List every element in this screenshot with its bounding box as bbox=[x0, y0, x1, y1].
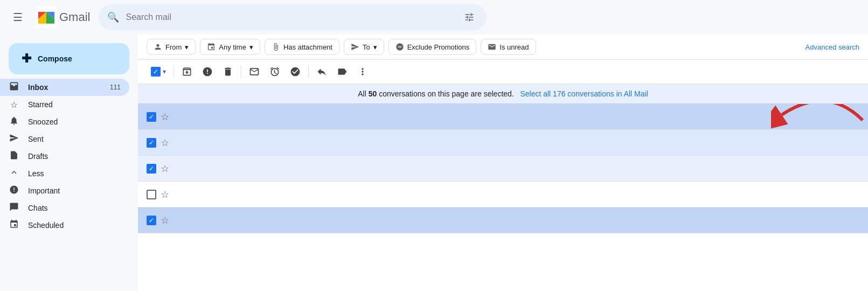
email-star-2[interactable]: ☆ bbox=[161, 137, 169, 149]
delete-icon bbox=[223, 66, 233, 77]
toolbar-divider-1 bbox=[173, 65, 174, 78]
email-list: ✓ ☆ ✓ ☆ bbox=[138, 104, 868, 291]
gmail-logo: Gmail bbox=[36, 6, 90, 28]
email-list-wrapper: ✓ ☆ ✓ ☆ bbox=[138, 104, 868, 291]
filter-bar: From ▾ Any time ▾ Has attachment To ▾ bbox=[138, 34, 868, 60]
mark-done-button[interactable] bbox=[286, 62, 305, 81]
scheduled-label: Scheduled bbox=[28, 221, 121, 230]
snooze-toolbar-icon bbox=[269, 66, 280, 77]
sidebar-item-chats[interactable]: Chats bbox=[0, 199, 129, 217]
calendar-icon bbox=[207, 43, 216, 51]
toolbar-divider-2 bbox=[241, 65, 241, 78]
to-filter[interactable]: To ▾ bbox=[344, 39, 384, 55]
spam-button[interactable] bbox=[198, 62, 217, 81]
label-icon bbox=[337, 66, 348, 77]
email-star-4[interactable]: ☆ bbox=[161, 189, 169, 200]
compose-button[interactable]: ✚ Compose bbox=[9, 43, 129, 74]
from-filter[interactable]: From ▾ bbox=[147, 39, 196, 55]
gmail-text: Gmail bbox=[59, 10, 90, 24]
starred-label: Starred bbox=[28, 100, 121, 109]
sidebar-item-snoozed[interactable]: Snoozed bbox=[0, 113, 129, 130]
email-checkbox-4[interactable] bbox=[147, 190, 156, 199]
snooze-icon bbox=[9, 116, 19, 128]
email-checkbox-2[interactable]: ✓ bbox=[147, 138, 156, 148]
sidebar-item-starred[interactable]: ☆ Starred bbox=[0, 96, 129, 113]
done-icon bbox=[290, 66, 301, 77]
compose-plus-icon: ✚ bbox=[22, 52, 31, 66]
drafts-label: Drafts bbox=[28, 152, 121, 161]
main-content: From ▾ Any time ▾ Has attachment To ▾ bbox=[138, 34, 868, 291]
email-star-1[interactable]: ☆ bbox=[161, 111, 169, 123]
is-unread-label: Is unread bbox=[499, 43, 529, 51]
exclude-icon bbox=[395, 43, 404, 51]
email-row-4[interactable]: ☆ bbox=[138, 182, 868, 207]
banner-count: 50 bbox=[369, 89, 377, 98]
sent-icon bbox=[9, 133, 19, 145]
search-bar: 🔍 bbox=[99, 4, 487, 30]
more-button[interactable] bbox=[353, 62, 372, 81]
chats-icon bbox=[9, 202, 19, 214]
star-icon: ☆ bbox=[9, 100, 19, 110]
email-star-3[interactable]: ☆ bbox=[161, 163, 169, 175]
advanced-search-link[interactable]: Advanced search bbox=[805, 43, 859, 51]
email-checkbox-3[interactable]: ✓ bbox=[147, 164, 156, 174]
sliders-icon bbox=[464, 12, 475, 23]
anytime-filter[interactable]: Any time ▾ bbox=[200, 39, 260, 55]
search-input[interactable] bbox=[126, 12, 454, 22]
inbox-label: Inbox bbox=[28, 83, 101, 92]
to-icon bbox=[351, 43, 359, 51]
label-button[interactable] bbox=[332, 62, 352, 81]
attachment-icon bbox=[272, 43, 280, 51]
to-filter-label: To bbox=[363, 43, 370, 51]
snoozed-label: Snoozed bbox=[28, 117, 121, 126]
from-filter-arrow: ▾ bbox=[185, 43, 189, 51]
sidebar-item-sent[interactable]: Sent bbox=[0, 130, 129, 148]
snooze-button[interactable] bbox=[265, 62, 284, 81]
email-row-1[interactable]: ✓ ☆ bbox=[138, 104, 868, 130]
select-all-checkbox: ✓ bbox=[151, 67, 161, 77]
exclude-promotions-filter[interactable]: Exclude Promotions bbox=[388, 39, 477, 55]
attachment-filter[interactable]: Has attachment bbox=[265, 39, 339, 55]
from-filter-label: From bbox=[165, 43, 182, 51]
gmail-m-icon bbox=[36, 6, 57, 28]
move-icon bbox=[316, 66, 327, 77]
banner-prefix: All bbox=[358, 89, 368, 98]
sent-label: Sent bbox=[28, 135, 121, 143]
select-all-conversations-link[interactable]: Select all 176 conversations in All Mail bbox=[520, 89, 648, 98]
archive-button[interactable] bbox=[177, 62, 197, 81]
delete-button[interactable] bbox=[218, 62, 238, 81]
email-row-2[interactable]: ✓ ☆ bbox=[138, 130, 868, 156]
move-button[interactable] bbox=[312, 62, 331, 81]
is-unread-filter[interactable]: Is unread bbox=[481, 39, 536, 55]
email-star-5[interactable]: ☆ bbox=[161, 214, 169, 226]
toolbar: ✓ ▾ bbox=[138, 60, 868, 84]
select-all-button[interactable]: ✓ ▾ bbox=[147, 63, 170, 81]
email-checkbox-5[interactable]: ✓ bbox=[147, 216, 156, 225]
sidebar-item-important[interactable]: Important bbox=[0, 182, 129, 199]
sidebar-nav: Inbox 111 ☆ Starred Snoozed bbox=[0, 79, 138, 234]
archive-icon bbox=[182, 66, 192, 77]
spam-icon bbox=[202, 66, 213, 77]
email-row-3[interactable]: ✓ ☆ bbox=[138, 156, 868, 182]
email-checkbox-1[interactable]: ✓ bbox=[147, 112, 156, 122]
inbox-count: 111 bbox=[110, 84, 121, 91]
search-options-button[interactable] bbox=[461, 9, 478, 26]
email-row-5[interactable]: ✓ ☆ bbox=[138, 207, 868, 233]
unread-icon bbox=[488, 43, 496, 51]
anytime-filter-arrow: ▾ bbox=[249, 43, 253, 51]
compose-label: Compose bbox=[38, 54, 72, 63]
to-filter-arrow: ▾ bbox=[373, 43, 377, 51]
drafts-icon bbox=[9, 150, 19, 162]
banner-middle: conversations on this page are selected. bbox=[377, 89, 514, 98]
select-all-banner: All 50 conversations on this page are se… bbox=[138, 84, 868, 104]
menu-button[interactable]: ☰ bbox=[9, 6, 27, 28]
mark-read-button[interactable] bbox=[245, 62, 264, 81]
sidebar-item-less[interactable]: Less bbox=[0, 165, 129, 182]
sidebar-item-drafts[interactable]: Drafts bbox=[0, 148, 129, 165]
select-all-arrow: ▾ bbox=[163, 68, 166, 75]
sidebar-item-scheduled[interactable]: Scheduled bbox=[0, 217, 129, 234]
sidebar-item-inbox[interactable]: Inbox 111 bbox=[0, 79, 129, 96]
sidebar: ✚ Compose Inbox 111 ☆ Starred bbox=[0, 34, 138, 291]
hamburger-icon: ☰ bbox=[13, 11, 23, 24]
exclude-promotions-label: Exclude Promotions bbox=[407, 43, 470, 51]
